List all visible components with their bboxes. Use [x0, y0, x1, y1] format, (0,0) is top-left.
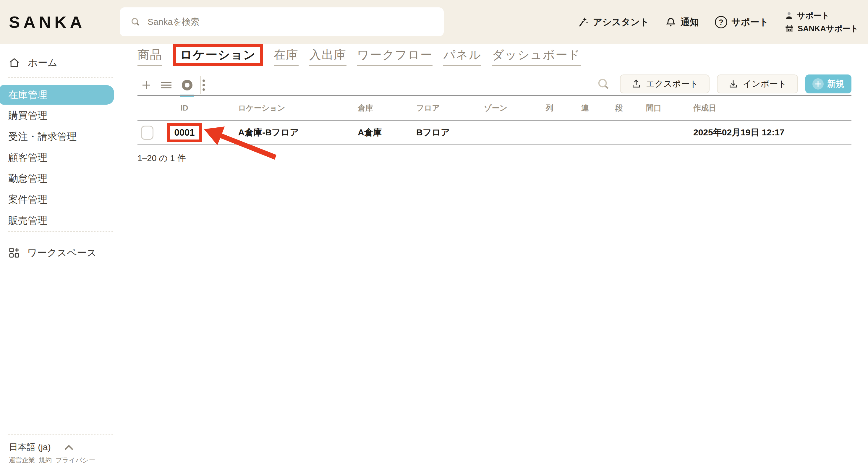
- workspace-grid-icon: [8, 247, 20, 259]
- language-label: 日本語 (ja): [9, 441, 51, 454]
- header-retsu: 列: [512, 96, 556, 121]
- view-toolbar: [141, 79, 205, 92]
- sidebar-home-label: ホーム: [28, 56, 58, 69]
- sidebar-item-orders-billing[interactable]: 受注・請求管理: [0, 126, 118, 147]
- row-zone-cell: [473, 121, 512, 145]
- legal-links: 運営企業 規約 プライバシー: [9, 456, 95, 465]
- row-ren-cell: [556, 121, 591, 145]
- export-button[interactable]: エクスポート: [620, 74, 710, 93]
- upload-icon: [631, 79, 641, 89]
- account-menu[interactable]: サポート SANKAサポート: [785, 10, 859, 34]
- action-toolbar: エクスポート インポート 新規: [597, 74, 851, 93]
- header-zone: ゾーン: [473, 96, 512, 121]
- sidebar-divider: [8, 231, 113, 232]
- storefront-icon: [785, 24, 794, 33]
- sidebar-item-label: 購買管理: [8, 109, 47, 122]
- row-maguchi-cell: [625, 121, 664, 145]
- header-dan: 段: [591, 96, 625, 121]
- sidebar-item-label: 顧客管理: [8, 151, 47, 164]
- sidebar-item-label: 勤怠管理: [8, 172, 47, 185]
- pagination-summary: 1–20 の 1 件: [137, 153, 186, 164]
- row-checkbox-cell: [137, 121, 157, 145]
- tab-bar: 商品 ロケーション 在庫 入出庫 ワークフロー パネル ダッシュボード: [137, 48, 581, 66]
- plus-circle-icon: [812, 78, 824, 90]
- row-warehouse-cell: A倉庫: [352, 121, 408, 145]
- header-ren: 連: [556, 96, 591, 121]
- new-label: 新規: [827, 78, 844, 90]
- main-content: 商品 ロケーション 在庫 入出庫 ワークフロー パネル ダッシュボード: [118, 44, 868, 467]
- account-org-name: SANKAサポート: [798, 23, 859, 34]
- export-label: エクスポート: [646, 78, 698, 90]
- table-header-row: ID ロケーション 倉庫 フロア ゾーン 列 連 段 間口 作成日: [137, 96, 851, 121]
- toolbar-divider: [200, 76, 201, 94]
- sidebar-item-inventory[interactable]: 在庫管理: [0, 85, 114, 105]
- assistant-label: アシスタント: [593, 16, 649, 28]
- sidebar-item-label: 販売管理: [8, 214, 47, 227]
- sidebar-item-purchasing[interactable]: 購買管理: [0, 105, 118, 126]
- tab-stock[interactable]: 在庫: [274, 48, 299, 66]
- wand-icon: [578, 17, 589, 28]
- search-icon: [130, 17, 141, 27]
- row-created-cell: 2025年02月19日 12:17: [664, 121, 851, 145]
- sidebar-item-workspace[interactable]: ワークスペース: [8, 243, 97, 262]
- language-selector[interactable]: 日本語 (ja): [9, 441, 74, 454]
- row-location-cell: A倉庫-Bフロア: [209, 121, 352, 145]
- search-input[interactable]: [147, 17, 420, 27]
- table-search-icon[interactable]: [597, 77, 610, 91]
- account-user-name: サポート: [797, 10, 830, 21]
- header-checkbox: [137, 96, 157, 121]
- notifications-label: 通知: [681, 16, 699, 28]
- list-view-icon[interactable]: [160, 80, 172, 90]
- global-search[interactable]: [120, 7, 444, 36]
- sidebar-item-sales[interactable]: 販売管理: [0, 210, 118, 231]
- row-dan-cell: [591, 121, 625, 145]
- sidebar-item-home[interactable]: ホーム: [8, 55, 58, 70]
- tab-workflow[interactable]: ワークフロー: [357, 48, 433, 66]
- sidebar-item-projects[interactable]: 案件管理: [0, 189, 118, 210]
- bell-icon: [665, 17, 676, 28]
- sidebar-workspace-label: ワークスペース: [27, 246, 97, 259]
- table-row: 0001 A倉庫-Bフロア A倉庫 Bフロア 2025年02月19日 12:17: [137, 121, 851, 145]
- import-button[interactable]: インポート: [717, 74, 798, 93]
- sidebar-module-list: 購買管理 受注・請求管理 顧客管理 勤怠管理 案件管理 販売管理: [0, 105, 118, 231]
- person-icon: [785, 11, 794, 20]
- tab-products[interactable]: 商品: [137, 48, 162, 66]
- link-terms[interactable]: 規約: [39, 456, 52, 465]
- sidebar-divider: [8, 77, 113, 78]
- row-checkbox[interactable]: [141, 126, 153, 140]
- sidebar-item-attendance[interactable]: 勤怠管理: [0, 168, 118, 189]
- brand-logo: SANKA: [9, 12, 86, 32]
- sidebar-item-label: 在庫管理: [8, 88, 47, 102]
- header-created: 作成日: [664, 96, 851, 121]
- help-circle-icon: ?: [715, 16, 727, 28]
- notifications-button[interactable]: 通知: [665, 16, 699, 28]
- row-id-link[interactable]: 0001: [167, 123, 202, 142]
- top-bar: SANKA アシスタント: [0, 0, 868, 44]
- support-button[interactable]: ? サポート: [715, 16, 769, 28]
- sidebar: ホーム 在庫管理 購買管理 受注・請求管理 顧客管理 勤怠管理 案件管理 販売管…: [0, 44, 118, 467]
- tab-locations[interactable]: ロケーション: [173, 44, 263, 66]
- chevron-up-icon: [64, 444, 74, 451]
- header-maguchi: 間口: [625, 96, 664, 121]
- sidebar-item-label: 受注・請求管理: [8, 130, 76, 143]
- tab-in-out[interactable]: 入出庫: [309, 48, 346, 66]
- record-view-icon[interactable]: [181, 79, 193, 91]
- import-label: インポート: [743, 78, 787, 90]
- link-privacy[interactable]: プライバシー: [56, 456, 95, 465]
- sidebar-item-customers[interactable]: 顧客管理: [0, 147, 118, 168]
- tab-panel[interactable]: パネル: [443, 48, 481, 66]
- new-button[interactable]: 新規: [805, 74, 851, 93]
- header-warehouse: 倉庫: [352, 96, 408, 121]
- row-retsu-cell: [512, 121, 556, 145]
- tab-dashboard[interactable]: ダッシュボード: [492, 48, 581, 66]
- sidebar-item-label: 案件管理: [8, 193, 47, 206]
- locations-table: ID ロケーション 倉庫 フロア ゾーン 列 連 段 間口 作成日 0001: [137, 96, 851, 145]
- link-company[interactable]: 運営企業: [9, 456, 35, 465]
- header-location: ロケーション: [209, 96, 352, 121]
- row-floor-cell: Bフロア: [408, 121, 473, 145]
- plus-icon[interactable]: [141, 80, 151, 90]
- top-nav: アシスタント 通知 ? サポート: [578, 0, 859, 44]
- kebab-menu-icon[interactable]: [202, 79, 205, 91]
- assistant-button[interactable]: アシスタント: [578, 16, 649, 28]
- download-icon: [728, 79, 738, 89]
